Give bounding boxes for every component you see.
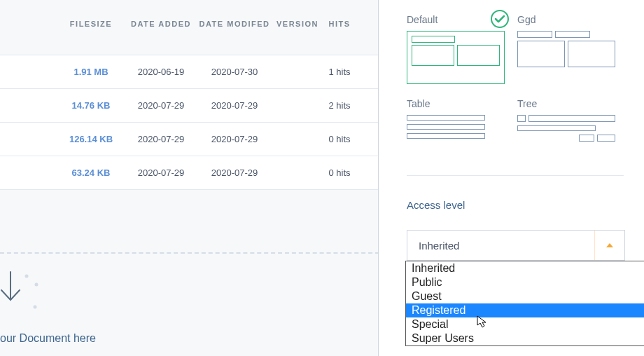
option-inherited[interactable]: Inherited: [406, 261, 644, 275]
download-icon: [0, 268, 42, 326]
table-row[interactable]: 63.24 KB 2020-07-29 2020-07-29 0 hits: [0, 156, 378, 190]
col-filesize[interactable]: FILESIZE: [56, 20, 126, 28]
cell-hits: 2 hits: [322, 100, 357, 111]
cell-date-modified: 2020-07-29: [196, 167, 273, 178]
access-level-label: Access level: [407, 199, 465, 211]
layout-label: Tree: [517, 98, 615, 109]
cell-date-modified: 2020-07-29: [196, 100, 273, 111]
select-value: Inherited: [407, 240, 594, 252]
cell-hits: 1 hits: [322, 67, 357, 77]
access-level-select[interactable]: Inherited: [407, 230, 625, 261]
dropzone[interactable]: our Document here: [0, 252, 379, 356]
table-row[interactable]: 1.91 MB 2020-06-19 2020-07-30 1 hits: [0, 55, 378, 89]
cell-date-modified: 2020-07-29: [196, 134, 273, 144]
filesize-link[interactable]: 1.91 MB: [56, 67, 126, 77]
layout-label: Table: [407, 98, 505, 109]
layout-option-ggd[interactable]: Ggd: [517, 14, 615, 84]
layout-label: Ggd: [517, 14, 615, 25]
table-header-row: FILESIZE DATE ADDED DATE MODIFED VERSION…: [0, 20, 378, 28]
divider: [407, 175, 624, 176]
filesize-link[interactable]: 63.24 KB: [56, 167, 126, 178]
cell-date-modified: 2020-07-30: [196, 67, 273, 77]
layout-label: Default: [407, 14, 505, 25]
cell-date-added: 2020-07-29: [126, 100, 196, 111]
check-icon: [491, 10, 509, 28]
layout-option-table[interactable]: Table: [407, 98, 505, 142]
svg-point-1: [35, 283, 38, 287]
access-level-dropdown[interactable]: Inherited Public Guest Registered Specia…: [405, 261, 644, 346]
option-guest[interactable]: Guest: [406, 289, 644, 303]
layout-option-default[interactable]: Default: [407, 14, 505, 84]
col-hits[interactable]: HITS: [322, 20, 357, 28]
cell-date-added: 2020-07-29: [126, 167, 196, 178]
chevron-up-icon[interactable]: [594, 231, 624, 260]
option-super-users[interactable]: Super Users: [406, 331, 644, 345]
svg-point-2: [34, 306, 37, 309]
cell-date-added: 2020-06-19: [126, 67, 196, 77]
col-date-added[interactable]: DATE ADDED: [126, 20, 196, 28]
svg-point-4: [491, 11, 508, 27]
svg-marker-5: [606, 243, 613, 247]
cell-hits: 0 hits: [322, 167, 357, 178]
layout-option-tree[interactable]: Tree: [517, 98, 615, 142]
col-version[interactable]: VERSION: [273, 20, 322, 28]
cell-date-added: 2020-07-29: [126, 134, 196, 144]
option-public[interactable]: Public: [406, 275, 644, 289]
table-row[interactable]: 126.14 KB 2020-07-29 2020-07-29 0 hits: [0, 122, 378, 156]
table-row[interactable]: 14.76 KB 2020-07-29 2020-07-29 2 hits: [0, 88, 378, 123]
option-special[interactable]: Special: [406, 317, 644, 331]
option-registered[interactable]: Registered: [406, 303, 644, 317]
filesize-link[interactable]: 14.76 KB: [56, 100, 126, 111]
dropzone-text: our Document here: [0, 332, 96, 345]
cell-hits: 0 hits: [322, 134, 357, 144]
svg-point-0: [25, 275, 29, 278]
filesize-link[interactable]: 126.14 KB: [56, 134, 126, 144]
col-date-modified[interactable]: DATE MODIFED: [196, 20, 273, 28]
